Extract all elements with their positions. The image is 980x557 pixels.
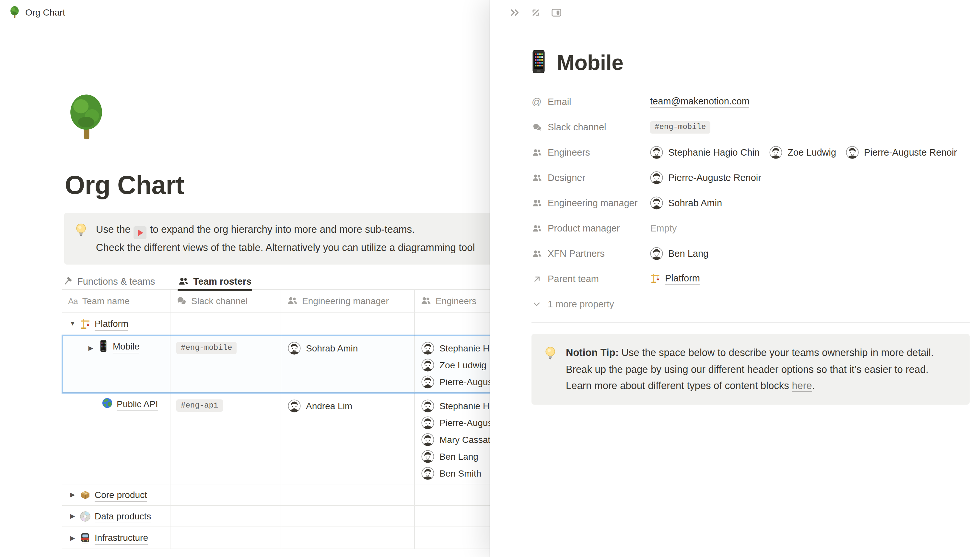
- dvd-emoji: [78, 511, 92, 522]
- person-mention[interactable]: Sohrab Amin: [288, 340, 414, 357]
- lightbulb-emoji: [75, 222, 88, 239]
- avatar: [650, 197, 663, 209]
- person-mention[interactable]: Ben Lang: [650, 245, 709, 262]
- peek-toolbar: [509, 7, 562, 18]
- people-icon: [531, 198, 542, 208]
- page-icon-tree-emoji[interactable]: [65, 93, 107, 145]
- more-properties-button[interactable]: 1 more property: [531, 293, 971, 315]
- column-header-engineering-manager[interactable]: Engineering manager: [281, 290, 415, 312]
- team-link-data-products[interactable]: Data products: [94, 509, 151, 523]
- people-icon: [421, 296, 431, 306]
- globe-emoji: [100, 397, 114, 409]
- slack-channel-tag: #eng-api: [176, 399, 223, 411]
- property-label[interactable]: Parent team: [531, 268, 650, 290]
- tab-label: Team rosters: [193, 276, 252, 286]
- property-value[interactable]: Platform: [650, 268, 971, 290]
- person-mention[interactable]: Sohrab Amin: [650, 194, 722, 212]
- page-title[interactable]: Org Chart: [65, 170, 184, 200]
- property-value[interactable]: Empty: [650, 217, 971, 239]
- people-icon: [531, 173, 542, 182]
- at-icon: @: [531, 97, 542, 106]
- speech-bubbles-icon: [176, 296, 187, 306]
- expand-toggle-icon[interactable]: ▶: [67, 486, 78, 503]
- avatar: [421, 375, 434, 388]
- empty-value: Empty: [650, 223, 677, 233]
- avatar: [288, 399, 301, 412]
- property-value[interactable]: Ben Lang: [650, 243, 971, 265]
- breadcrumb-title: Org Chart: [25, 7, 65, 18]
- property-value[interactable]: Stephanie Hagio Chin Zoe Ludwig Pierre-A…: [650, 142, 971, 163]
- property-label[interactable]: Product manager: [531, 217, 650, 239]
- person-mention[interactable]: Pierre-Auguste Renoir: [846, 144, 957, 161]
- tab-functions-and-teams[interactable]: Functions & teams: [62, 273, 155, 290]
- notion-app: Org Chart Org Chart Use theto expand the…: [0, 0, 980, 557]
- people-icon: [531, 249, 542, 258]
- team-link-platform[interactable]: Platform: [94, 317, 128, 331]
- speech-bubbles-icon: [531, 122, 542, 132]
- chevron-down-icon: [531, 300, 542, 309]
- column-header-team-name[interactable]: Aa Team name: [62, 290, 171, 312]
- double-chevron-right-icon[interactable]: [509, 7, 520, 18]
- property-row-product-manager: Product manager Empty: [531, 217, 971, 243]
- property-label[interactable]: XFN Partners: [531, 243, 650, 265]
- peek-title-block: Mobile: [531, 49, 623, 76]
- property-row-designer: Designer Pierre-Auguste Renoir: [531, 167, 971, 192]
- person-mention[interactable]: Andrea Lim: [288, 397, 414, 414]
- expand-diagonal-icon[interactable]: [530, 7, 541, 18]
- property-label[interactable]: Slack channel: [531, 116, 650, 138]
- property-row-xfn-partners: XFN Partners Ben Lang: [531, 243, 971, 268]
- here-link[interactable]: here: [792, 380, 812, 392]
- people-icon: [287, 296, 297, 306]
- notion-tip-text: Notion Tip: Use the space below to descr…: [566, 344, 934, 394]
- team-link-mobile[interactable]: Mobile: [113, 340, 140, 353]
- person-mention[interactable]: Zoe Ludwig: [769, 144, 836, 161]
- breadcrumb[interactable]: Org Chart: [9, 6, 65, 19]
- avatar: [650, 247, 663, 260]
- notion-tip-callout: Notion Tip: Use the space below to descr…: [531, 334, 970, 404]
- people-icon: [178, 276, 189, 286]
- relation-platform[interactable]: Platform: [650, 273, 700, 285]
- callout-line-2: Check the different views of the table. …: [96, 239, 475, 256]
- avatar: [650, 146, 663, 159]
- property-value[interactable]: team@makenotion.com: [650, 91, 971, 113]
- peek-page-title[interactable]: Mobile: [557, 50, 623, 75]
- slack-channel-tag: #eng-mobile: [176, 341, 237, 354]
- team-link-infrastructure[interactable]: Infrastructure: [94, 531, 148, 545]
- person-mention[interactable]: Pierre-Auguste Renoir: [650, 169, 761, 186]
- metro-emoji: [78, 533, 92, 543]
- property-row-slack-channel: Slack channel #eng-mobile: [531, 116, 971, 142]
- property-label[interactable]: Engineers: [531, 142, 650, 163]
- property-value[interactable]: #eng-mobile: [650, 116, 971, 138]
- crane-emoji: [78, 318, 92, 329]
- expand-toggle-icon[interactable]: ▶: [86, 340, 96, 357]
- expand-toggle-icon[interactable]: ▶: [67, 529, 78, 546]
- tab-team-rosters[interactable]: Team rosters: [178, 273, 252, 290]
- people-icon: [531, 223, 542, 233]
- side-peek-icon[interactable]: [551, 7, 562, 18]
- avatar: [421, 358, 434, 371]
- property-label[interactable]: Engineering manager: [531, 192, 650, 214]
- avatar: [288, 342, 301, 355]
- expand-toggle-icon[interactable]: ▶: [67, 508, 78, 524]
- team-link-public-api[interactable]: Public API: [117, 397, 158, 411]
- mobile-phone-emoji: [96, 340, 110, 352]
- people-icon: [531, 148, 542, 157]
- person-mention[interactable]: Stephanie Hagio Chin: [650, 144, 760, 161]
- mobile-phone-emoji[interactable]: [531, 49, 546, 76]
- email-link[interactable]: team@makenotion.com: [650, 96, 749, 107]
- arrow-up-right-icon: [531, 274, 542, 284]
- tree-emoji: [9, 6, 20, 19]
- property-label[interactable]: @Email: [531, 91, 650, 113]
- property-value[interactable]: Pierre-Auguste Renoir: [650, 167, 971, 189]
- avatar: [421, 342, 434, 355]
- property-value[interactable]: Sohrab Amin: [650, 192, 971, 214]
- package-emoji: [78, 489, 92, 500]
- team-link-core-product[interactable]: Core product: [94, 488, 147, 502]
- property-row-engineering-manager: Engineering manager Sohrab Amin: [531, 192, 971, 217]
- avatar: [421, 467, 434, 480]
- property-label[interactable]: Designer: [531, 167, 650, 189]
- property-row-engineers: Engineers Stephanie Hagio Chin Zoe Ludwi…: [531, 142, 971, 167]
- collapse-toggle-icon[interactable]: ▼: [67, 315, 78, 332]
- column-header-slack-channel[interactable]: Slack channel: [171, 290, 281, 312]
- avatar: [421, 416, 434, 429]
